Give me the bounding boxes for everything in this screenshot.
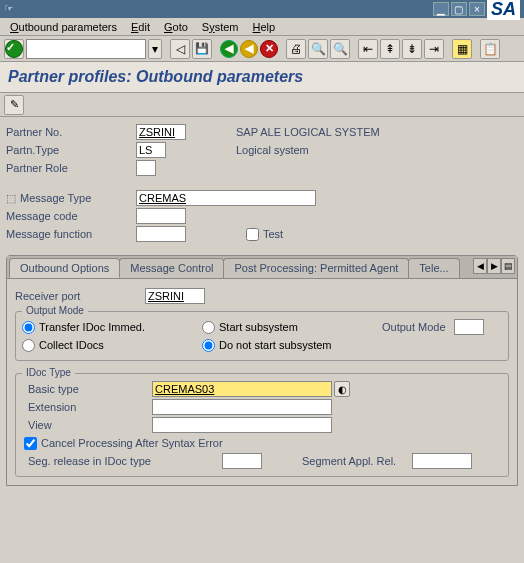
app-toolbar: ✎ — [0, 93, 524, 117]
app-icon: ☞ — [4, 2, 18, 16]
close-button[interactable]: × — [469, 2, 485, 16]
sap-logo: SA — [487, 0, 520, 20]
radio-collect-idocs[interactable] — [22, 339, 35, 352]
partner-no-field[interactable]: ZSRINI — [136, 124, 186, 140]
radio-collect-idocs-label: Collect IDocs — [39, 339, 104, 351]
output-mode-label: Output Mode — [382, 321, 446, 333]
receiver-port-label: Receiver port — [15, 290, 145, 302]
view-field[interactable] — [152, 417, 332, 433]
wand-button[interactable]: ✎ — [4, 95, 24, 115]
nav-back-button[interactable]: ◀ — [220, 40, 238, 58]
wand-icon: ✎ — [10, 98, 19, 111]
standard-toolbar: ▾ ◁ 💾 ◀ ◀ ✕ 🖨 🔍 🔍 ⇤ ⇞ ⇟ ⇥ ▦ 📋 — [0, 36, 524, 62]
test-checkbox[interactable] — [246, 228, 259, 241]
page-title: Partner profiles: Outbound parameters — [8, 68, 303, 85]
cancel-syntax-label: Cancel Processing After Syntax Error — [41, 437, 223, 449]
page-title-bar: Partner profiles: Outbound parameters — [0, 62, 524, 93]
menubar: OOutbound parametersutbound parameters E… — [0, 18, 524, 36]
nav-cancel-button[interactable]: ✕ — [260, 40, 278, 58]
first-page-button[interactable]: ⇤ — [358, 39, 378, 59]
last-page-button[interactable]: ⇥ — [424, 39, 444, 59]
cancel-syntax-checkbox[interactable] — [24, 437, 37, 450]
partner-no-desc: SAP ALE LOGICAL SYSTEM — [236, 126, 380, 138]
partner-no-label: Partner No. — [6, 126, 136, 138]
basic-type-help-button[interactable]: ◐ — [334, 381, 350, 397]
view-label: View — [22, 419, 152, 431]
radio-transfer-immed[interactable] — [22, 321, 35, 334]
print-button[interactable]: 🖨 — [286, 39, 306, 59]
menu-system[interactable]: System — [196, 19, 245, 35]
output-mode-legend: Output Mode — [22, 305, 88, 316]
menu-help[interactable]: Help — [247, 19, 282, 35]
radio-no-start-subsystem[interactable] — [202, 339, 215, 352]
check-icon — [5, 40, 23, 58]
idoc-type-legend: IDoc Type — [22, 367, 75, 378]
msg-func-field[interactable] — [136, 226, 186, 242]
partn-type-desc: Logical system — [236, 144, 309, 156]
basic-type-field[interactable]: CREMAS03 — [152, 381, 332, 397]
basic-type-label: Basic type — [22, 383, 152, 395]
tab-scroll-left[interactable]: ◀ — [473, 258, 487, 274]
maximize-button[interactable]: ▢ — [451, 2, 467, 16]
tab-scroll-right[interactable]: ▶ — [487, 258, 501, 274]
save-icon: 💾 — [195, 42, 209, 55]
menu-edit[interactable]: Edit — [125, 19, 156, 35]
command-field[interactable] — [26, 39, 146, 59]
msg-type-icon: ⬚ — [6, 192, 20, 205]
partner-role-field[interactable] — [136, 160, 156, 176]
seg-appl-field[interactable] — [412, 453, 472, 469]
enter-button[interactable] — [4, 39, 24, 59]
tab-list[interactable]: ▤ — [501, 258, 515, 274]
msg-func-label: Message function — [6, 228, 136, 240]
extension-label: Extension — [22, 401, 152, 413]
radio-transfer-immed-label: Transfer IDoc Immed. — [39, 321, 145, 333]
find-next-button[interactable]: 🔍 — [330, 39, 350, 59]
msg-code-field[interactable] — [136, 208, 186, 224]
find-button[interactable]: 🔍 — [308, 39, 328, 59]
radio-start-subsystem[interactable] — [202, 321, 215, 334]
output-mode-field[interactable] — [454, 319, 484, 335]
tab-tele[interactable]: Tele... — [408, 258, 459, 278]
test-label: Test — [263, 228, 283, 240]
back-button[interactable]: ◁ — [170, 39, 190, 59]
seg-release-field[interactable] — [222, 453, 262, 469]
save-button[interactable]: 💾 — [192, 39, 212, 59]
radio-start-subsystem-label: Start subsystem — [219, 321, 298, 333]
receiver-port-field[interactable]: ZSRINI — [145, 288, 205, 304]
menu-goto[interactable]: Goto — [158, 19, 194, 35]
tab-outbound-options[interactable]: Outbound Options — [9, 258, 120, 278]
minimize-button[interactable]: ▁ — [433, 2, 449, 16]
seg-appl-label: Segment Appl. Rel. — [302, 455, 412, 467]
seg-release-label: Seg. release in IDoc type — [22, 455, 222, 467]
command-dropdown[interactable]: ▾ — [148, 39, 162, 59]
new-session-button[interactable]: ▦ — [452, 39, 472, 59]
prev-page-button[interactable]: ⇞ — [380, 39, 400, 59]
msg-type-field[interactable]: CREMAS — [136, 190, 316, 206]
menu-outbound[interactable]: OOutbound parametersutbound parameters — [4, 19, 123, 35]
msg-code-label: Message code — [6, 210, 136, 222]
nav-exit-button[interactable]: ◀ — [240, 40, 258, 58]
extension-field[interactable] — [152, 399, 332, 415]
msg-type-label: Message Type — [20, 192, 136, 204]
shortcut-button[interactable]: 📋 — [480, 39, 500, 59]
partner-role-label: Partner Role — [6, 162, 136, 174]
next-page-button[interactable]: ⇟ — [402, 39, 422, 59]
tab-post-processing[interactable]: Post Processing: Permitted Agent — [223, 258, 409, 278]
radio-no-start-subsystem-label: Do not start subsystem — [219, 339, 332, 351]
partn-type-field[interactable]: LS — [136, 142, 166, 158]
tab-message-control[interactable]: Message Control — [119, 258, 224, 278]
partn-type-label: Partn.Type — [6, 144, 136, 156]
